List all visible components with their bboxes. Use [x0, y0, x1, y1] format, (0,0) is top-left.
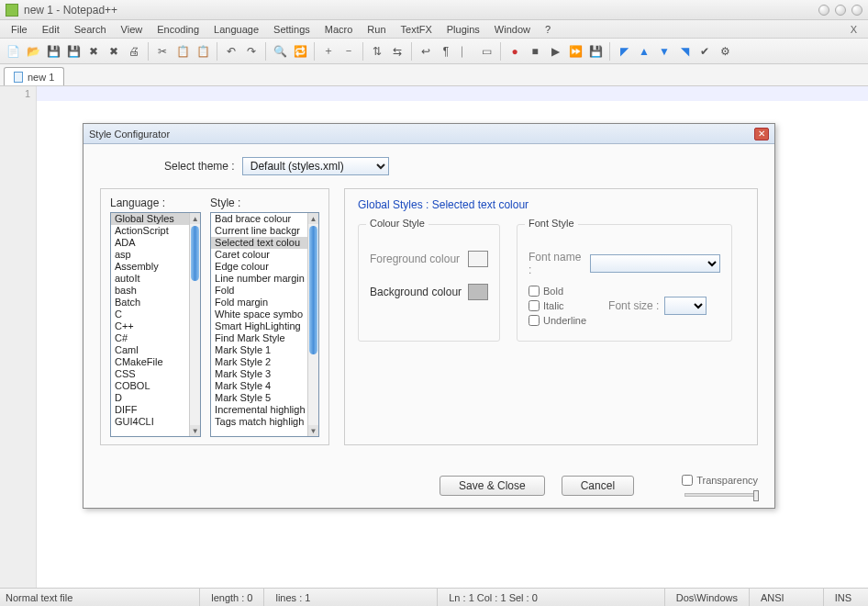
tri-right-icon[interactable]: ◥ — [675, 42, 694, 61]
find-icon[interactable]: 🔍 — [271, 42, 289, 61]
dialog-titlebar[interactable]: Style Configurator ✕ — [83, 124, 774, 144]
save-all-icon[interactable]: 💾 — [64, 42, 83, 61]
folder-margin-icon[interactable]: ▭ — [477, 42, 495, 61]
background-colour-swatch[interactable] — [468, 284, 488, 300]
list-item[interactable]: Smart HighLighting — [211, 320, 307, 332]
list-item[interactable]: Mark Style 5 — [211, 392, 307, 404]
list-item[interactable]: CMakeFile — [111, 356, 189, 368]
list-item[interactable]: Find Mark Style — [211, 332, 307, 344]
list-item[interactable]: Tags match highligh — [211, 416, 307, 428]
scroll-down-icon[interactable]: ▼ — [190, 425, 200, 436]
menu-search[interactable]: Search — [67, 24, 114, 35]
copy-icon[interactable]: 📋 — [173, 42, 192, 61]
replace-icon[interactable]: 🔁 — [291, 42, 309, 61]
list-item[interactable]: C++ — [111, 320, 189, 332]
list-item[interactable]: asp — [111, 249, 189, 261]
settings-icon[interactable]: ⚙ — [716, 42, 734, 61]
window-close[interactable] — [851, 5, 862, 16]
list-item[interactable]: bash — [111, 285, 189, 297]
scroll-up-icon[interactable]: ▲ — [190, 213, 200, 224]
zoom-out-icon[interactable]: － — [339, 42, 358, 61]
scroll-up-icon[interactable]: ▲ — [308, 213, 318, 224]
new-file-icon[interactable]: 📄 — [4, 42, 22, 61]
dialog-close-button[interactable]: ✕ — [754, 128, 769, 140]
list-item[interactable]: Mark Style 4 — [211, 380, 307, 392]
indent-guide-icon[interactable]: ⎸ — [457, 42, 475, 61]
list-item[interactable]: Mark Style 2 — [211, 356, 307, 368]
bold-checkbox[interactable] — [529, 286, 540, 297]
slider-knob[interactable] — [753, 490, 759, 501]
play-multi-icon[interactable]: ⏩ — [566, 42, 584, 61]
menu-run[interactable]: Run — [360, 24, 393, 35]
menu-file[interactable]: File — [4, 24, 35, 35]
menu-view[interactable]: View — [114, 24, 150, 35]
font-size-select[interactable] — [664, 297, 707, 315]
list-item[interactable]: CSS — [111, 368, 189, 380]
wrap-icon[interactable]: ↩ — [417, 42, 435, 61]
list-item[interactable]: Bad brace colour — [211, 213, 307, 225]
undo-icon[interactable]: ↶ — [222, 42, 240, 61]
theme-select[interactable]: Default (styles.xml) — [242, 157, 389, 175]
list-item[interactable]: Line number margin — [211, 273, 307, 285]
list-item[interactable]: COBOL — [111, 380, 189, 392]
tri-down-icon[interactable]: ▼ — [655, 42, 673, 61]
list-item[interactable]: GUI4CLI — [111, 416, 189, 428]
list-item[interactable]: C# — [111, 332, 189, 344]
list-item[interactable]: Assembly — [111, 261, 189, 273]
record-icon[interactable]: ● — [506, 42, 524, 61]
transparency-checkbox[interactable] — [682, 475, 693, 486]
scroll-thumb[interactable] — [191, 226, 199, 281]
list-item[interactable]: White space symbo — [211, 309, 307, 320]
list-item[interactable]: DIFF — [111, 404, 189, 416]
paste-icon[interactable]: 📋 — [194, 42, 212, 61]
list-item[interactable]: Incremental highligh — [211, 404, 307, 416]
cut-icon[interactable]: ✂ — [153, 42, 172, 61]
italic-checkbox[interactable] — [529, 300, 540, 311]
list-item[interactable]: C — [111, 309, 189, 320]
list-item[interactable]: Caret colour — [211, 249, 307, 261]
tab-new-1[interactable]: new 1 — [4, 67, 64, 85]
open-file-icon[interactable]: 📂 — [24, 42, 42, 61]
redo-icon[interactable]: ↷ — [242, 42, 261, 61]
print-icon[interactable]: 🖨 — [125, 42, 143, 61]
tri-left-icon[interactable]: ◤ — [615, 42, 633, 61]
menu-textfx[interactable]: TextFX — [394, 24, 440, 35]
scroll-down-icon[interactable]: ▼ — [308, 425, 318, 436]
menu-language[interactable]: Language — [206, 24, 266, 35]
menu-macro[interactable]: Macro — [317, 24, 361, 35]
list-item[interactable]: Edge colour — [211, 261, 307, 273]
list-item[interactable]: Global Styles — [111, 213, 189, 225]
list-item[interactable]: Batch — [111, 297, 189, 309]
save-icon[interactable]: 💾 — [44, 42, 62, 61]
list-item[interactable]: Fold margin — [211, 297, 307, 309]
sync-v-icon[interactable]: ⇅ — [368, 42, 386, 61]
language-listbox[interactable]: Global StylesActionScriptADAaspAssemblya… — [110, 212, 201, 437]
underline-checkbox[interactable] — [529, 315, 540, 326]
scroll-thumb[interactable] — [309, 226, 317, 354]
menu-help[interactable]: ? — [538, 24, 558, 35]
cancel-button[interactable]: Cancel — [562, 476, 634, 496]
list-item[interactable]: Selected text colou — [211, 237, 307, 249]
foreground-colour-swatch[interactable] — [468, 251, 488, 267]
font-name-select[interactable] — [590, 254, 720, 273]
scrollbar[interactable]: ▲ ▼ — [307, 213, 318, 436]
menu-edit[interactable]: Edit — [35, 24, 67, 35]
list-item[interactable]: autoIt — [111, 273, 189, 285]
list-item[interactable]: Mark Style 3 — [211, 368, 307, 380]
save-macro-icon[interactable]: 💾 — [586, 42, 605, 61]
sync-h-icon[interactable]: ⇆ — [388, 42, 406, 61]
close-icon[interactable]: ✖ — [84, 42, 103, 61]
list-item[interactable]: Current line backgr — [211, 225, 307, 237]
show-all-icon[interactable]: ¶ — [437, 42, 455, 61]
list-item[interactable]: ActionScript — [111, 225, 189, 237]
scrollbar[interactable]: ▲ ▼ — [189, 213, 200, 436]
menu-encoding[interactable]: Encoding — [150, 24, 206, 35]
window-maximize[interactable] — [835, 5, 846, 16]
window-minimize[interactable] — [818, 5, 829, 16]
list-item[interactable]: Fold — [211, 285, 307, 297]
spellcheck-icon[interactable]: ✔ — [696, 42, 714, 61]
list-item[interactable]: ADA — [111, 237, 189, 249]
tri-up-icon[interactable]: ▲ — [635, 42, 653, 61]
list-item[interactable]: Mark Style 1 — [211, 344, 307, 356]
menu-plugins[interactable]: Plugins — [440, 24, 487, 35]
